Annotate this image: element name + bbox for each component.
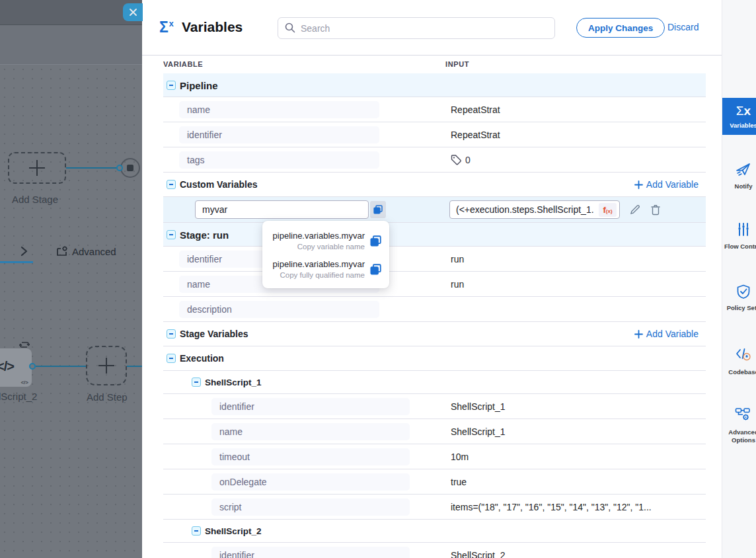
pencil-icon: [629, 204, 641, 216]
section-row-stage-variables: Stage Variables Add Variable: [163, 322, 706, 346]
sidebar-item-label: Flow Control: [722, 243, 756, 251]
section-row-custom-variables: Custom Variables Add Variable: [163, 173, 706, 197]
connector-port-icon: [29, 363, 36, 370]
variable-key: identifier: [179, 126, 379, 143]
expression-input[interactable]: (<+execution.steps.ShellScript_1. f(x): [449, 200, 620, 219]
copy-variable-popover: pipeline.variables.myvar Copy variable n…: [262, 221, 389, 288]
section-label: Stage: run: [180, 229, 229, 240]
collapse-icon[interactable]: [167, 329, 176, 339]
expression-value: (<+execution.steps.ShellScript_1.: [456, 204, 599, 215]
copy-icon[interactable]: [370, 235, 381, 247]
collapse-icon[interactable]: [167, 230, 176, 239]
search-input[interactable]: [278, 17, 555, 39]
sidebar-item-codebase[interactable]: Codebase: [722, 347, 756, 376]
panel-header: Σx Variables Apply Changes Discard: [142, 0, 722, 56]
column-header-variable: VARIABLE: [163, 60, 203, 68]
variable-key: script: [211, 498, 410, 516]
copy-variable-button[interactable]: [370, 201, 386, 218]
variable-value: RepeatStrat: [451, 104, 500, 115]
variable-value: run: [451, 254, 464, 264]
variables-sigma-icon: Σx: [736, 104, 751, 118]
page-title: Variables: [182, 19, 243, 35]
policy-shield-icon: [736, 284, 751, 299]
sidebar-item-label: Variables: [722, 122, 756, 130]
variable-key: description: [179, 301, 379, 318]
collapse-icon[interactable]: [167, 81, 176, 90]
variable-value: run: [451, 279, 464, 290]
plus-icon: [98, 358, 114, 374]
tags-value: 0: [451, 154, 471, 165]
section-label: ShellScript_2: [205, 526, 262, 536]
stage-connector-line: [66, 167, 119, 169]
variable-key: name: [179, 101, 379, 118]
table-row: timeout 10m: [163, 444, 706, 469]
section-label: Execution: [180, 353, 224, 364]
add-step-label: Add Step: [87, 391, 128, 403]
sidebar-item-policy-sets[interactable]: Policy Sets: [722, 284, 756, 312]
add-stage-node[interactable]: [8, 152, 66, 184]
add-variable-button[interactable]: Add Variable: [634, 329, 699, 339]
pipeline-editor-background: Add Stage Advanced </> </> lScript_2 Add…: [0, 0, 142, 558]
collapse-icon[interactable]: [167, 180, 176, 189]
add-variable-button[interactable]: Add Variable: [634, 179, 699, 190]
loop-strategy-icon: [19, 340, 30, 350]
variable-key: onDelegate: [211, 473, 410, 491]
copy-hint: Copy fully qualified name: [273, 271, 365, 279]
sidebar-item-flow-control[interactable]: Flow Control: [722, 222, 756, 251]
editor-secondary-toolbar: [0, 25, 142, 65]
table-row: name RepeatStrat: [163, 97, 706, 122]
chevron-right-icon[interactable]: [19, 245, 29, 257]
table-column-headers: VARIABLE INPUT: [163, 56, 706, 73]
table-row-tags: tags 0: [163, 147, 706, 173]
variable-value: ShellScript_2: [451, 550, 506, 558]
variable-path: pipeline.variables.myvar: [273, 259, 365, 269]
column-header-input: INPUT: [445, 60, 469, 68]
table-row: onDelegate true: [163, 469, 706, 495]
collapse-icon[interactable]: [192, 526, 201, 536]
edit-variable-button[interactable]: [629, 204, 641, 216]
delete-variable-button[interactable]: [650, 204, 661, 216]
tags-count: 0: [465, 155, 471, 165]
collapse-icon[interactable]: [192, 378, 201, 387]
tag-icon: [451, 154, 462, 165]
variable-value: RepeatStrat: [451, 130, 500, 140]
copy-variable-name-option[interactable]: pipeline.variables.myvar Copy variable n…: [270, 231, 381, 251]
step-connector-line-2: [127, 366, 142, 367]
apply-changes-button[interactable]: Apply Changes: [576, 18, 665, 38]
sidebar-item-variables[interactable]: Σx Variables: [722, 98, 756, 135]
sidebar-item-notify[interactable]: Notify: [722, 162, 756, 190]
section-row-execution: Execution: [163, 346, 706, 371]
plus-icon: [29, 160, 45, 176]
table-row-description: description: [163, 297, 706, 322]
plus-icon: [634, 330, 643, 339]
discard-button[interactable]: Discard: [667, 22, 699, 32]
table-row: identifier RepeatStrat: [163, 122, 706, 147]
section-label: ShellScript_1: [205, 378, 262, 387]
variable-name-input[interactable]: [195, 200, 369, 219]
custom-variable-row-myvar: (<+execution.steps.ShellScript_1. f(x): [163, 197, 706, 223]
copy-icon[interactable]: [370, 264, 381, 275]
collapse-icon[interactable]: [167, 354, 176, 363]
close-drawer-button[interactable]: [123, 3, 143, 21]
step-label-shellscript-2: lScript_2: [0, 391, 37, 402]
variable-value: 10m: [451, 452, 469, 462]
trash-icon: [650, 204, 661, 216]
notify-icon: [736, 162, 751, 177]
variables-table: Pipeline name RepeatStrat identifier Rep…: [163, 73, 706, 558]
step-node-shellscript-2[interactable]: </> </>: [0, 348, 32, 387]
copy-fully-qualified-option[interactable]: pipeline.variables.myvar Copy fully qual…: [270, 259, 381, 279]
expression-fx-badge[interactable]: f(x): [599, 203, 617, 217]
section-row-shellscript-2: ShellScript_2: [163, 520, 706, 543]
variable-name-group: [195, 200, 386, 219]
tab-advanced[interactable]: Advanced: [72, 246, 116, 257]
active-tab-indicator: [0, 261, 33, 263]
step-connector-line: [36, 366, 86, 367]
table-row: identifier run: [163, 247, 706, 272]
codebase-icon: [736, 347, 751, 362]
add-step-node[interactable]: [86, 346, 127, 385]
variable-key: tags: [179, 151, 379, 169]
sidebar-item-advanced-options[interactable]: Advanced Options: [722, 407, 756, 444]
advanced-options-icon: [735, 407, 752, 422]
search-box: [278, 17, 555, 39]
section-row-pipeline: Pipeline: [163, 73, 706, 97]
